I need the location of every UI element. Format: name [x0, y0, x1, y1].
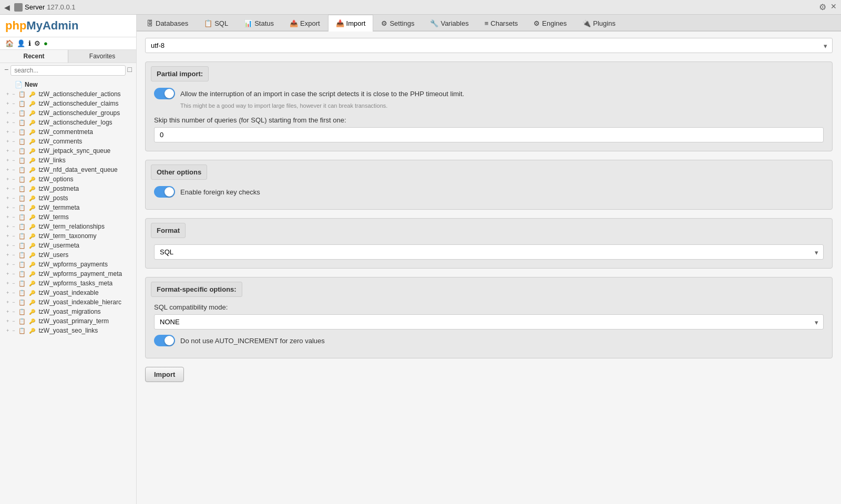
table-row[interactable]: + − 📋 🔑 tzW_commentmeta: [0, 127, 136, 137]
table-icon: 📋: [18, 129, 26, 136]
tab-charsets[interactable]: ≡ Charsets: [477, 15, 526, 32]
skip-input[interactable]: [154, 127, 824, 142]
minus-icon: −: [12, 328, 15, 333]
tab-import[interactable]: 📥 Import: [328, 15, 374, 32]
table-row[interactable]: + − 📋 🔑 tzW_links: [0, 156, 136, 165]
tab-export[interactable]: 📤 Export: [282, 15, 328, 32]
table-row[interactable]: + − 📋 🔑 tzW_terms: [0, 212, 136, 222]
import-button[interactable]: Import: [145, 367, 184, 382]
gear-icon[interactable]: ⚙: [819, 2, 826, 12]
minus-icon: −: [12, 120, 15, 125]
sql-compat-select[interactable]: NONEANSIDB2MAXDBMYSQL323MYSQL40MSSQLORAC…: [154, 314, 824, 330]
user-icon[interactable]: 👤: [17, 39, 25, 47]
table-icon: 📋: [18, 167, 26, 173]
allow-interruption-hint: This might be a good way to import large…: [180, 102, 824, 109]
charset-select[interactable]: utf-8 utf-16 latin1 ascii: [145, 38, 833, 53]
variables-tab-label: Variables: [440, 19, 468, 27]
table-row[interactable]: + − 📋 🔑 tzW_actionscheduler_groups: [0, 108, 136, 118]
table-row[interactable]: + − 📋 🔑 tzW_yoast_indexable: [0, 288, 136, 297]
key-icon: 🔑: [29, 300, 35, 305]
key-icon: 🔑: [29, 214, 35, 220]
table-row[interactable]: + − 📋 🔑 tzW_nfd_data_event_queue: [0, 165, 136, 174]
table-row[interactable]: + − 📋 🔑 tzW_options: [0, 174, 136, 184]
table-name: tzW_usermeta: [39, 242, 79, 249]
table-row[interactable]: + − 📋 🔑 tzW_usermeta: [0, 241, 136, 250]
expand-icon: +: [6, 290, 9, 295]
table-row[interactable]: + − 📋 🔑 tzW_yoast_primary_term: [0, 316, 136, 326]
info-icon[interactable]: ℹ: [28, 39, 31, 47]
tab-settings[interactable]: ⚙ Settings: [373, 15, 422, 32]
tab-status[interactable]: 📊 Status: [236, 15, 282, 32]
tab-variables[interactable]: 🔧 Variables: [422, 15, 476, 32]
minus-icon: −: [12, 243, 15, 248]
table-icon: 📋: [18, 233, 26, 240]
key-icon: 🔑: [29, 101, 35, 107]
expand-icon[interactable]: □: [128, 65, 132, 76]
tab-sql[interactable]: 📋 SQL: [196, 15, 236, 32]
tab-databases[interactable]: 🗄 Databases: [139, 15, 196, 32]
green-icon[interactable]: ●: [44, 39, 48, 47]
table-row[interactable]: + − 📋 🔑 tzW_yoast_seo_links: [0, 326, 136, 335]
table-row[interactable]: + − 📋 🔑 tzW_jetpack_sync_queue: [0, 146, 136, 156]
databases-tab-label: Databases: [156, 19, 188, 27]
table-row[interactable]: + − 📋 🔑 tzW_wpforms_payment_meta: [0, 269, 136, 279]
table-row[interactable]: + − 📋 🔑 tzW_comments: [0, 137, 136, 146]
key-icon: 🔑: [29, 290, 35, 296]
table-name: tzW_wpforms_payment_meta: [39, 270, 122, 277]
expand-icon: +: [6, 214, 9, 220]
table-icon: 📋: [18, 148, 26, 155]
tab-plugins[interactable]: 🔌 Plugins: [575, 15, 623, 32]
recent-tab[interactable]: Recent: [0, 50, 68, 63]
table-name: tzW_termmeta: [39, 204, 80, 211]
table-row[interactable]: + − 📋 🔑 tzW_actionscheduler_claims: [0, 99, 136, 108]
key-icon: 🔑: [29, 328, 35, 334]
back-button[interactable]: ◀: [4, 3, 10, 12]
expand-icon: +: [6, 281, 9, 286]
auto-increment-toggle[interactable]: [154, 335, 175, 346]
close-icon[interactable]: ✕: [830, 2, 837, 12]
table-row[interactable]: + − 📋 🔑 tzW_wpforms_payments: [0, 260, 136, 269]
table-row[interactable]: + − 📋 🔑 tzW_posts: [0, 193, 136, 203]
search-input[interactable]: [11, 65, 125, 76]
table-row[interactable]: + − 📋 🔑 tzW_wpforms_tasks_meta: [0, 279, 136, 288]
table-name: tzW_comments: [39, 138, 83, 145]
key-icon: 🔑: [29, 309, 35, 315]
home-icon[interactable]: 🏠: [5, 39, 14, 47]
table-icon: 📋: [18, 299, 26, 306]
collapse-icon[interactable]: −: [4, 65, 8, 76]
table-row[interactable]: + − 📋 🔑 tzW_termmeta: [0, 203, 136, 212]
new-item[interactable]: 📄 New: [0, 80, 136, 89]
engines-tab-label: Engines: [542, 19, 567, 27]
table-icon: 📋: [18, 186, 26, 192]
settings-tab-icon: ⚙: [381, 19, 387, 27]
tab-engines[interactable]: ⚙ Engines: [526, 15, 575, 32]
table-name: tzW_posts: [39, 194, 68, 202]
table-row[interactable]: + − 📋 🔑 tzW_yoast_migrations: [0, 307, 136, 316]
key-icon: 🔑: [29, 177, 35, 182]
table-row[interactable]: + − 📋 🔑 tzW_actionscheduler_logs: [0, 118, 136, 127]
settings-icon[interactable]: ⚙: [34, 39, 40, 47]
key-icon: 🔑: [29, 139, 35, 145]
status-tab-label: Status: [254, 19, 274, 27]
expand-icon: +: [6, 158, 9, 163]
minus-icon: −: [12, 101, 15, 106]
minus-icon: −: [12, 186, 15, 191]
table-row[interactable]: + − 📋 🔑 tzW_users: [0, 250, 136, 260]
foreign-key-toggle-row: Enable foreign key checks: [154, 186, 824, 198]
table-icon: 📋: [18, 204, 26, 211]
table-row[interactable]: + − 📋 🔑 tzW_yoast_indexable_hierarc: [0, 297, 136, 307]
foreign-key-toggle[interactable]: [154, 186, 175, 198]
favorites-tab[interactable]: Favorites: [68, 50, 136, 63]
allow-interruption-toggle[interactable]: [154, 88, 175, 99]
format-select[interactable]: SQLCSVCSV using LOAD DATAMediaWiki Table…: [154, 244, 824, 260]
table-row[interactable]: + − 📋 🔑 tzW_postmeta: [0, 184, 136, 193]
table-row[interactable]: + − 📋 🔑 tzW_term_relationships: [0, 222, 136, 231]
server-address: 127.0.0.1: [47, 3, 75, 11]
key-icon: 🔑: [29, 148, 35, 154]
minus-icon: −: [12, 177, 15, 182]
import-tab-icon: 📥: [336, 19, 344, 27]
table-row[interactable]: + − 📋 🔑 tzW_actionscheduler_actions: [0, 89, 136, 99]
table-row[interactable]: + − 📋 🔑 tzW_term_taxonomy: [0, 231, 136, 241]
key-icon: 🔑: [29, 167, 35, 173]
minus-icon: −: [12, 252, 15, 258]
